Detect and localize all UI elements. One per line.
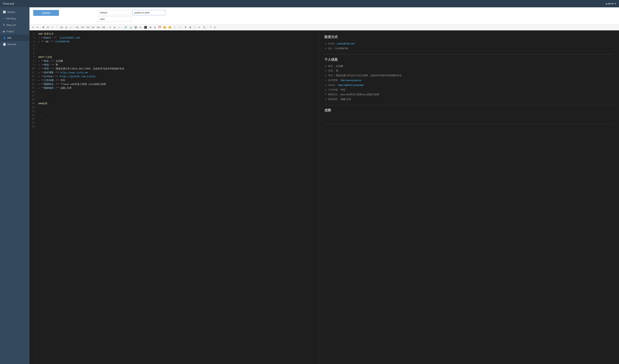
pen-button[interactable]: ✏ [197, 26, 201, 29]
big-heading-button[interactable]: A [64, 25, 68, 29]
link-button[interactable]: 🔗 [123, 26, 128, 29]
redo-button[interactable]: ↪ [35, 26, 39, 29]
sidebar-item-add-blog[interactable]: + Add Blog [0, 15, 29, 22]
code-line-18 [38, 98, 317, 101]
sep-2 [74, 26, 74, 29]
code-line-17: ___ [38, 94, 317, 98]
table-button[interactable]: ⊞ [148, 26, 152, 29]
sidebar-label-resume: Resume [7, 43, 16, 46]
preview-gender-label: 性别： [328, 69, 335, 72]
subscript-button[interactable]: □ [173, 26, 177, 29]
code-line-7: ###个人信息 [38, 55, 317, 59]
emoji2-button[interactable]: 🙂 [168, 26, 172, 29]
ln-20: 20 [29, 105, 36, 109]
sidebar-label-info: Info [7, 36, 11, 39]
preview-email-item: Email： jcalaz@163.com [328, 42, 614, 46]
code-block-button[interactable]: ⬛ [143, 26, 148, 29]
code-line-20 [38, 105, 317, 109]
main-layout: 📊 Monitor + Add Blog ☰ Blog List ◆ Proje… [0, 7, 619, 364]
code-editor-pane[interactable]: 1 2 3 4 5 6 7 8 9 10 11 12 13 14 15 16 1 [29, 30, 319, 364]
ol-button[interactable]: ≣ [113, 26, 117, 29]
h6-button[interactable]: H6 [101, 26, 106, 29]
info-toolbar-button[interactable]: ℹ [213, 26, 217, 29]
eye-button[interactable]: 👁 [183, 26, 188, 29]
code-line-23 [38, 117, 317, 121]
preview-github-label: Github： [328, 84, 338, 86]
code-line-13: – **工作年限：** 半年 [38, 78, 317, 82]
h5-button[interactable]: H5 [96, 26, 101, 29]
emoji-button[interactable]: 😊 [162, 26, 167, 29]
preview-position-item: 期望职位： java web开发工程师,java后端工程师 [328, 93, 614, 97]
table2-button[interactable]: ⊟ [153, 26, 157, 29]
preview-edu-value: 西南交通大学(2013-2017)本科，信息科学与技术学院电科专业 [336, 74, 402, 77]
italic-button[interactable]: I [50, 26, 54, 29]
theme-dark-input[interactable] [98, 16, 131, 22]
preview-pane: 联系方式 Email： jcalaz@163.com QQ： 114296679… [319, 30, 619, 364]
code-line-1: ### 联系方式 [38, 32, 317, 36]
code-line-22: ___ [38, 113, 317, 117]
image-button[interactable]: 🖼 [134, 26, 138, 29]
fullscreen-button[interactable]: ⛶ [193, 26, 197, 29]
quote-button[interactable]: " [55, 26, 59, 29]
h1-button[interactable]: H1 [75, 26, 80, 29]
code-line-10: – **学历：** 西南交通大学(2013–2017)本科，信息科学与技术学院电… [38, 67, 317, 70]
undo-button[interactable]: ↩ [31, 26, 35, 29]
bold-button[interactable]: B [42, 26, 45, 29]
update-button[interactable]: Update [33, 10, 59, 16]
anchor-button[interactable]: ⚓ [128, 26, 133, 29]
content-area: Update ↩ ↪ B S I " Aa A a H [29, 7, 619, 364]
preview-github-link[interactable]: https://github.com/jcalaz [338, 84, 364, 86]
ln-1: 1 [29, 32, 36, 36]
ln-5: 5 [29, 47, 36, 51]
h3-button[interactable]: H3 [85, 26, 90, 29]
preview-years-value: 半年 [341, 88, 345, 91]
ln-22: 22 [29, 113, 36, 117]
h2-button[interactable]: H2 [80, 26, 85, 29]
sidebar-item-info[interactable]: 👤 Info [0, 35, 29, 41]
preview-email-link[interactable]: jcalaz@163.com [337, 42, 355, 45]
theme-active-input[interactable] [132, 10, 166, 15]
screen-button[interactable]: 🖥 [188, 26, 192, 29]
code-line-16 [38, 90, 317, 94]
terminal-button[interactable]: >_ [179, 26, 183, 29]
theme-default-input[interactable] [98, 10, 131, 15]
ul-button[interactable]: ≡ [108, 26, 112, 29]
uppercase-button[interactable]: Aa [59, 26, 64, 29]
monitor-icon: 📊 [3, 11, 6, 14]
code-inline-button[interactable]: <> [138, 26, 143, 29]
preview-city-item: 期望城市： 成都,天津 [328, 98, 614, 101]
resume-icon: 📄 [3, 43, 6, 46]
sidebar-item-project[interactable]: ◆ Project [0, 28, 29, 35]
code-line-21 [38, 109, 317, 113]
preview-city-value: 成都,天津 [341, 98, 351, 101]
ln-18: 18 [29, 98, 36, 101]
datetime-button[interactable]: ⏰ [157, 26, 162, 29]
preview-qq-item: QQ： 1142966796 [328, 47, 614, 51]
small-heading-button[interactable]: a [69, 26, 73, 29]
ln-24: 24 [29, 121, 36, 125]
sidebar-item-monitor[interactable]: 📊 Monitor [0, 9, 29, 15]
preview-position-label: 期望职位： [328, 93, 340, 96]
user-menu[interactable]: ▲admin ▾ [605, 2, 616, 5]
project-icon: ◆ [3, 30, 5, 33]
search-button[interactable]: 🔍 [202, 26, 207, 29]
help-button[interactable]: ? [209, 26, 213, 29]
ln-25: 25 [29, 125, 36, 129]
preview-name-value: 左志鹏 [336, 65, 343, 67]
sidebar-item-blog-list[interactable]: ☰ Blog List [0, 22, 29, 28]
preview-blog-link[interactable]: http://www.jcala.me [341, 79, 361, 82]
ln-23: 23 [29, 117, 36, 121]
theme-row-1 [98, 10, 166, 15]
sidebar-item-resume[interactable]: 📄 Resume [0, 41, 29, 48]
code-line-5: ___ [38, 47, 317, 51]
ln-6: 6 [29, 51, 36, 55]
h4-button[interactable]: H4 [91, 26, 96, 29]
ln-12: 12 [29, 74, 36, 78]
editor-area: 1 2 3 4 5 6 7 8 9 10 11 12 13 14 15 16 1 [29, 30, 619, 364]
code-line-9: – **性别：** 男 [38, 63, 317, 67]
sep-4 [122, 26, 122, 29]
strikethrough-button[interactable]: S [46, 26, 50, 29]
line-numbers: 1 2 3 4 5 6 7 8 9 10 11 12 13 14 15 16 1 [29, 30, 36, 364]
sidebar-label-blog-list: Blog List [7, 24, 16, 26]
hr-button[interactable]: — [117, 26, 121, 29]
